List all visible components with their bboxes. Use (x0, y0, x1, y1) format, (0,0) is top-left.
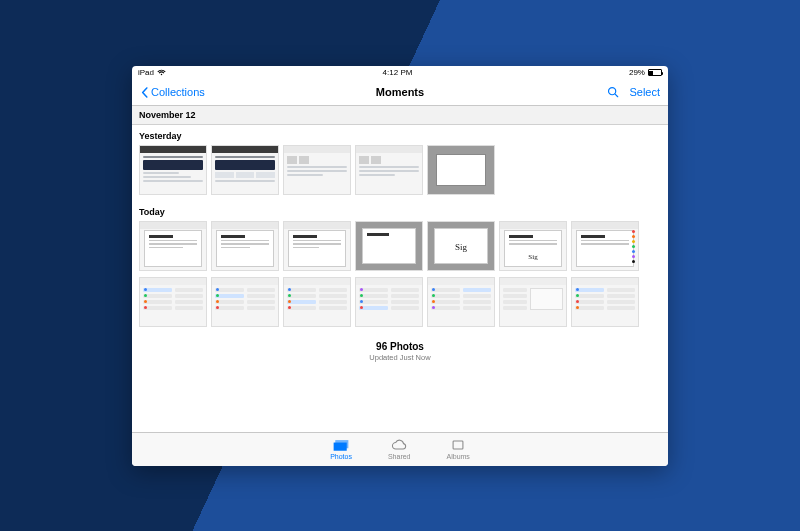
tab-shared[interactable]: Shared (388, 438, 411, 460)
photo-thumbnail[interactable] (283, 145, 351, 195)
device-label: iPad (138, 68, 154, 77)
photo-thumbnail[interactable] (355, 145, 423, 195)
photo-thumbnail[interactable] (211, 221, 279, 271)
photo-thumbnail[interactable] (283, 221, 351, 271)
tab-label: Albums (447, 453, 470, 460)
photo-thumbnail[interactable] (499, 277, 567, 327)
tab-bar: Photos Shared Albums (132, 432, 668, 466)
group-label-today: Today (132, 201, 668, 221)
photo-thumbnail[interactable] (427, 277, 495, 327)
battery-pct: 29% (629, 68, 645, 77)
photo-thumbnail[interactable] (211, 277, 279, 327)
ipad-frame: iPad 4:12 PM 29% Collections Moments Sel… (132, 66, 668, 466)
back-label: Collections (151, 86, 205, 98)
photo-thumbnail[interactable] (571, 221, 639, 271)
content-scroll[interactable]: Yesterday (132, 125, 668, 432)
group-label-yesterday: Yesterday (132, 125, 668, 145)
photo-thumbnail[interactable] (355, 277, 423, 327)
cloud-icon (390, 438, 408, 452)
photo-thumbnail[interactable]: Sig (499, 221, 567, 271)
thumb-row-today-1: Sig Sig (132, 221, 668, 277)
photo-thumbnail[interactable] (139, 221, 207, 271)
battery-icon (648, 69, 662, 76)
albums-icon (449, 438, 467, 452)
thumb-row-yesterday (132, 145, 668, 201)
status-bar: iPad 4:12 PM 29% (132, 66, 668, 80)
photo-thumbnail[interactable] (139, 145, 207, 195)
back-button[interactable]: Collections (140, 86, 205, 98)
tab-label: Photos (330, 453, 352, 460)
thumb-row-today-2 (132, 277, 668, 333)
svg-line-1 (615, 94, 618, 97)
photo-thumbnail[interactable]: Sig (427, 221, 495, 271)
page-background: iPad 4:12 PM 29% Collections Moments Sel… (0, 0, 800, 531)
svg-rect-3 (335, 440, 348, 448)
svg-rect-4 (453, 441, 463, 449)
select-button[interactable]: Select (629, 86, 660, 98)
tab-label: Shared (388, 453, 411, 460)
tab-photos[interactable]: Photos (330, 438, 352, 460)
photo-thumbnail[interactable] (139, 277, 207, 327)
page-title: Moments (376, 86, 424, 98)
updated-label: Updated Just Now (132, 353, 668, 362)
wifi-icon (157, 69, 166, 76)
chevron-back-icon (140, 87, 149, 98)
tab-albums[interactable]: Albums (447, 438, 470, 460)
photo-thumbnail[interactable] (571, 277, 639, 327)
search-icon[interactable] (607, 86, 619, 98)
photo-thumbnail[interactable] (211, 145, 279, 195)
section-date-header: November 12 (132, 106, 668, 125)
nav-bar: Collections Moments Select (132, 80, 668, 106)
photo-thumbnail[interactable] (283, 277, 351, 327)
clock: 4:12 PM (383, 68, 413, 77)
photo-count: 96 Photos (132, 341, 668, 352)
photo-thumbnail[interactable] (355, 221, 423, 271)
photo-thumbnail[interactable] (427, 145, 495, 195)
library-summary: 96 Photos Updated Just Now (132, 333, 668, 368)
photos-icon (332, 438, 350, 452)
